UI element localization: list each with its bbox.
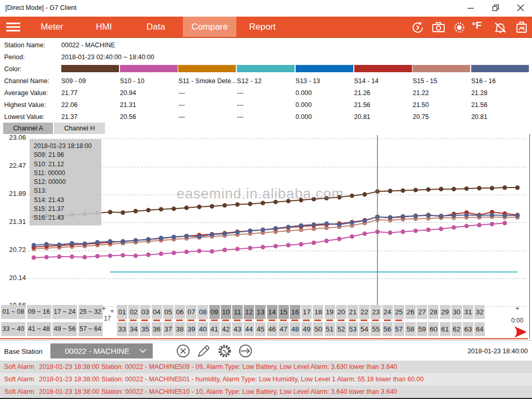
- channel-button-45[interactable]: 45: [255, 322, 265, 336]
- tab-channel-a[interactable]: Channel A: [3, 123, 53, 134]
- channel-button-64[interactable]: 64: [474, 322, 485, 336]
- expand-plus[interactable]: +: [102, 304, 106, 312]
- channel-button-20[interactable]: 20: [336, 305, 347, 319]
- nav-hmi[interactable]: HMI: [78, 17, 130, 37]
- base-station-dropdown[interactable]: 00022 - MACHINE: [50, 343, 153, 358]
- next-page-arrow[interactable]: [513, 325, 528, 339]
- channel-button-57[interactable]: 57: [394, 322, 404, 336]
- menu-icon[interactable]: [6, 22, 20, 32]
- channel-button-02[interactable]: 02: [128, 305, 139, 319]
- channel-button-46[interactable]: 46: [267, 322, 277, 336]
- channel-button-36[interactable]: 36: [152, 322, 162, 336]
- channel-button-14[interactable]: 14: [267, 305, 277, 319]
- channel-button-08[interactable]: 08: [197, 305, 208, 319]
- channel-button-09[interactable]: 09: [209, 305, 220, 319]
- channel-range-button[interactable]: 25 ~ 32: [78, 305, 103, 319]
- channel-button-22[interactable]: 22: [359, 305, 369, 319]
- channel-button-42[interactable]: 42: [221, 322, 231, 336]
- channel-range-button[interactable]: 01 ~ 08: [1, 305, 25, 319]
- channel-button-30[interactable]: 30: [451, 305, 462, 319]
- tab-channel-h[interactable]: Channel H: [54, 123, 105, 134]
- channel-button-11[interactable]: 11: [232, 305, 243, 319]
- channel-button-63[interactable]: 63: [463, 322, 473, 336]
- channel-button-60[interactable]: 60: [428, 322, 438, 336]
- channel-button-35[interactable]: 35: [140, 322, 150, 336]
- channel-button-03[interactable]: 03: [140, 305, 150, 319]
- channel-button-47[interactable]: 47: [278, 322, 289, 336]
- channel-button-15[interactable]: 15: [278, 305, 289, 319]
- settings-icon[interactable]: [218, 344, 232, 358]
- temp-unit[interactable]: °F: [472, 20, 482, 31]
- channel-button-05[interactable]: 05: [163, 305, 174, 319]
- channel-button-54[interactable]: 54: [359, 322, 369, 336]
- channel-button-56[interactable]: 56: [382, 322, 393, 336]
- channel-range-button[interactable]: 09 ~ 16: [27, 305, 51, 319]
- close-icon[interactable]: [516, 4, 525, 12]
- channel-button-43[interactable]: 43: [232, 322, 243, 336]
- channel-button-25[interactable]: 25: [394, 305, 404, 319]
- channel-button-62[interactable]: 62: [451, 322, 462, 336]
- channel-button-51[interactable]: 51: [325, 322, 335, 336]
- channel-button-01[interactable]: 01: [117, 305, 127, 319]
- channel-button-52[interactable]: 52: [336, 322, 347, 336]
- channel-button-38[interactable]: 38: [175, 322, 185, 336]
- channel-button-17[interactable]: 17: [301, 305, 312, 319]
- clear-icon[interactable]: [176, 344, 190, 358]
- chart-area[interactable]: 23.0622.4721.8921.3120.7220.1419.56 ease…: [0, 134, 532, 340]
- channel-button-04[interactable]: 04: [152, 305, 162, 319]
- channel-button-12[interactable]: 12: [244, 305, 254, 319]
- channel-button-24[interactable]: 24: [382, 305, 393, 319]
- expand-plus[interactable]: +: [515, 304, 520, 312]
- channel-button-41[interactable]: 41: [209, 322, 220, 336]
- channel-button-55[interactable]: 55: [370, 322, 381, 336]
- channel-button-50[interactable]: 50: [313, 322, 323, 336]
- restore-icon[interactable]: [491, 4, 500, 12]
- channel-button-37[interactable]: 37: [163, 322, 174, 336]
- alarm-mute-icon[interactable]: [494, 21, 507, 34]
- channel-button-39[interactable]: 39: [186, 322, 196, 336]
- minimize-icon[interactable]: [467, 4, 475, 12]
- channel-button-44[interactable]: 44: [244, 322, 254, 336]
- snapshot-bin-icon[interactable]: [515, 21, 528, 34]
- edit-icon[interactable]: [197, 344, 211, 358]
- channel-button-16[interactable]: 16: [290, 305, 300, 319]
- channel-button-10[interactable]: 10: [221, 305, 231, 319]
- channel-range-button[interactable]: 33 ~ 40: [1, 322, 25, 336]
- camera-icon[interactable]: [432, 21, 445, 34]
- channel-button-28[interactable]: 28: [428, 305, 438, 319]
- sync-icon[interactable]: [411, 21, 424, 34]
- channel-button-61[interactable]: 61: [440, 322, 450, 336]
- nav-meter[interactable]: Meter: [26, 17, 78, 37]
- channel-button-13[interactable]: 13: [255, 305, 265, 319]
- channel-button-18[interactable]: 18: [313, 305, 323, 319]
- export-icon[interactable]: [238, 344, 252, 358]
- channel-button-58[interactable]: 58: [405, 322, 416, 336]
- color-label: Color:: [4, 65, 21, 73]
- channel-button-29[interactable]: 29: [440, 305, 450, 319]
- channel-range-button[interactable]: 57 ~ 64: [78, 322, 103, 336]
- nav-data[interactable]: Data: [130, 17, 182, 37]
- channel-button-32[interactable]: 32: [474, 305, 485, 319]
- channel-button-48[interactable]: 48: [290, 322, 300, 336]
- channel-button-19[interactable]: 19: [325, 305, 335, 319]
- channel-button-49[interactable]: 49: [301, 322, 312, 336]
- channel-button-07[interactable]: 07: [186, 305, 196, 319]
- channel-button-59[interactable]: 59: [417, 322, 427, 336]
- nav-report[interactable]: Report: [236, 17, 288, 37]
- channel-button-34[interactable]: 34: [128, 322, 139, 336]
- channel-button-53[interactable]: 53: [348, 322, 358, 336]
- brightness-icon[interactable]: [453, 21, 466, 34]
- nav-compare[interactable]: Compare: [183, 17, 236, 37]
- channel-button-23[interactable]: 23: [370, 305, 381, 319]
- channel-range-button[interactable]: 17 ~ 24: [52, 305, 77, 319]
- channel-button-31[interactable]: 31: [463, 305, 473, 319]
- channel-button-40[interactable]: 40: [197, 322, 208, 336]
- channel-button-06[interactable]: 06: [175, 305, 185, 319]
- channel-button-21[interactable]: 21: [348, 305, 358, 319]
- channel-button-27[interactable]: 27: [417, 305, 427, 319]
- channel-button-26[interactable]: 26: [405, 305, 416, 319]
- channel-range-button[interactable]: 49 ~ 56: [52, 322, 77, 336]
- channel-button-33[interactable]: 33: [117, 322, 127, 336]
- channel-range-button[interactable]: 41 ~ 48: [27, 322, 51, 336]
- expand-plus[interactable]: +: [110, 307, 114, 315]
